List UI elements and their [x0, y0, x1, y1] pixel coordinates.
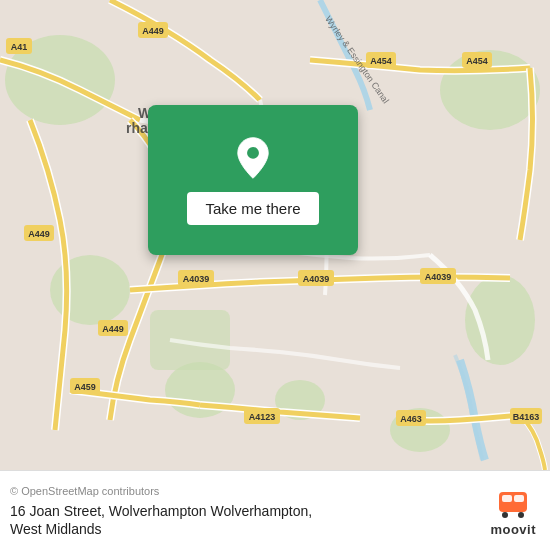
svg-text:A459: A459 [74, 382, 96, 392]
svg-text:A454: A454 [466, 56, 488, 66]
moovit-logo: moovit [490, 484, 536, 537]
copyright-text: © OpenStreetMap contributors [10, 485, 480, 497]
address-line1: 16 Joan Street, Wolverhampton Wolverhamp… [10, 503, 480, 519]
svg-text:A454: A454 [370, 56, 392, 66]
address-section: © OpenStreetMap contributors 16 Joan Str… [10, 485, 480, 537]
svg-rect-39 [499, 492, 527, 512]
svg-text:A41: A41 [11, 42, 28, 52]
location-pin-icon [231, 136, 275, 180]
svg-text:B4163: B4163 [513, 412, 540, 422]
moovit-label: moovit [490, 522, 536, 537]
map-container: A41 A449 A449 A449 A454 A454 A4039 A4039… [0, 0, 550, 470]
svg-text:A449: A449 [142, 26, 164, 36]
svg-text:A4039: A4039 [303, 274, 330, 284]
svg-point-3 [465, 275, 535, 365]
take-me-there-button[interactable]: Take me there [187, 192, 318, 225]
svg-rect-40 [502, 495, 512, 502]
svg-text:A449: A449 [102, 324, 124, 334]
svg-text:A449: A449 [28, 229, 50, 239]
svg-point-42 [502, 512, 508, 518]
svg-text:A463: A463 [400, 414, 422, 424]
svg-text:A4039: A4039 [183, 274, 210, 284]
svg-rect-8 [150, 310, 230, 370]
svg-text:A4039: A4039 [425, 272, 452, 282]
svg-point-43 [518, 512, 524, 518]
svg-rect-41 [514, 495, 524, 502]
overlay-card: Take me there [148, 105, 358, 255]
address-line2: West Midlands [10, 521, 480, 537]
moovit-icon [495, 484, 531, 520]
svg-text:A4123: A4123 [249, 412, 276, 422]
bottom-bar: © OpenStreetMap contributors 16 Joan Str… [0, 470, 550, 550]
svg-point-38 [247, 147, 259, 159]
